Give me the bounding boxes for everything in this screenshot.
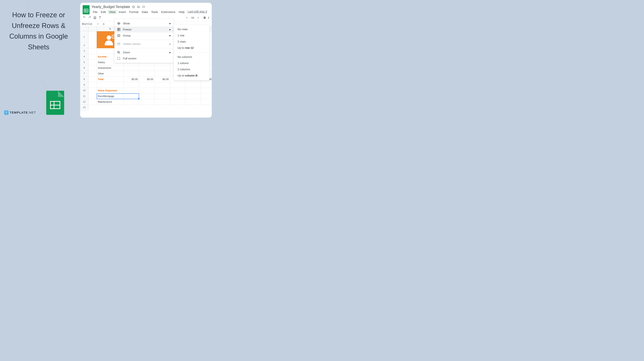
sheets-app-icon[interactable] xyxy=(83,5,90,14)
cell[interactable] xyxy=(88,82,97,88)
view-menu-freeze[interactable]: Freeze ▶ xyxy=(114,26,174,32)
cell[interactable] xyxy=(139,99,154,105)
cell-total-value[interactable]: $0.00 xyxy=(124,76,139,82)
cell[interactable] xyxy=(170,82,186,88)
undo-icon[interactable] xyxy=(83,16,86,19)
cell[interactable] xyxy=(124,71,139,76)
cell-other[interactable]: Other xyxy=(97,71,124,76)
cell-maintenance[interactable]: Maintenance xyxy=(97,99,124,105)
bold-button[interactable]: B xyxy=(204,16,206,19)
row-header[interactable]: 11 xyxy=(80,93,88,99)
freeze-no-columns[interactable]: No columns xyxy=(174,54,210,60)
cell[interactable] xyxy=(170,93,186,99)
cell[interactable] xyxy=(139,93,154,99)
dropdown-icon[interactable]: ▼ xyxy=(97,23,99,25)
cell[interactable] xyxy=(201,88,212,93)
redo-icon[interactable] xyxy=(88,16,91,19)
cell[interactable] xyxy=(154,93,170,99)
cell[interactable] xyxy=(139,65,154,71)
row-header[interactable]: 10 xyxy=(80,88,88,93)
cell[interactable] xyxy=(170,88,186,93)
menu-insert[interactable]: Insert xyxy=(117,10,127,14)
cell[interactable] xyxy=(124,82,139,88)
row-header[interactable]: 6 xyxy=(80,65,88,71)
cell[interactable] xyxy=(124,88,139,93)
cell-home-expenses-label[interactable]: Home Expenses: xyxy=(97,88,124,93)
cell[interactable] xyxy=(88,93,97,99)
cell[interactable] xyxy=(139,88,154,93)
cell-total-value[interactable]: $0.00 xyxy=(139,76,154,82)
freeze-no-rows[interactable]: No rows xyxy=(174,26,210,32)
cell[interactable] xyxy=(154,99,170,105)
cloud-status-icon[interactable] xyxy=(142,5,145,8)
font-size-value[interactable]: 10 xyxy=(190,16,195,19)
cell-total-label[interactable]: Total xyxy=(97,76,124,82)
row-header[interactable]: 4 xyxy=(80,54,88,59)
cell[interactable] xyxy=(88,65,97,71)
view-menu-fullscreen[interactable]: Full screen xyxy=(114,55,174,61)
cell-rent[interactable]: Rent/Mortgage xyxy=(97,93,124,99)
cell[interactable] xyxy=(139,82,154,88)
column-header[interactable] xyxy=(88,26,97,31)
cell[interactable] xyxy=(88,99,97,105)
cell[interactable] xyxy=(88,59,97,65)
row-header[interactable]: 1 xyxy=(80,31,88,42)
document-title[interactable]: Yearly_Budget Template xyxy=(92,5,130,9)
paint-format-icon[interactable] xyxy=(99,16,102,19)
cell[interactable] xyxy=(186,93,201,99)
menu-tools[interactable]: Tools xyxy=(150,10,159,14)
menu-file[interactable]: File xyxy=(92,10,99,14)
cell[interactable] xyxy=(154,82,170,88)
menu-format[interactable]: Format xyxy=(128,10,140,14)
row-header[interactable]: 7 xyxy=(80,71,88,76)
cell[interactable] xyxy=(186,88,201,93)
row-header[interactable]: 8 xyxy=(80,76,88,82)
freeze-1-column[interactable]: 1 column xyxy=(174,60,210,66)
last-edit-link[interactable]: Last edit was 3 xyxy=(188,10,207,14)
print-icon[interactable] xyxy=(94,16,96,19)
cell[interactable] xyxy=(154,88,170,93)
cell[interactable] xyxy=(124,93,139,99)
star-icon[interactable] xyxy=(132,5,135,8)
freeze-2-rows[interactable]: 2 rows xyxy=(174,38,210,45)
italic-button[interactable]: I xyxy=(208,16,209,19)
cell[interactable] xyxy=(201,93,212,99)
menu-view[interactable]: View xyxy=(108,10,117,14)
cell[interactable] xyxy=(186,99,201,105)
view-menu-zoom[interactable]: Zoom ▶ xyxy=(114,49,174,55)
view-menu-group[interactable]: Group ▶ xyxy=(114,32,174,38)
cell[interactable] xyxy=(88,54,97,59)
freeze-1-row[interactable]: 1 row xyxy=(174,32,210,38)
menu-data[interactable]: Data xyxy=(140,10,149,14)
cell[interactable] xyxy=(88,48,97,54)
select-all-corner[interactable] xyxy=(80,26,88,31)
cell[interactable] xyxy=(88,31,97,48)
row-header[interactable]: 3 xyxy=(80,48,88,54)
row-header[interactable]: 2 xyxy=(80,42,88,48)
menu-extensions[interactable]: Extensions xyxy=(160,10,177,14)
cell[interactable] xyxy=(88,76,97,82)
row-header[interactable]: 13 xyxy=(80,105,88,110)
cell-total-value[interactable]: $0.00 xyxy=(154,76,170,82)
freeze-up-to-column[interactable]: Up to column B xyxy=(174,72,210,79)
cell[interactable] xyxy=(186,82,201,88)
cell[interactable] xyxy=(97,82,124,88)
cell[interactable] xyxy=(88,71,97,76)
cell[interactable] xyxy=(124,65,139,71)
row-header[interactable]: 9 xyxy=(80,82,88,88)
cell[interactable] xyxy=(201,82,212,88)
dropdown-icon[interactable]: ▼ xyxy=(186,17,188,19)
cell[interactable] xyxy=(154,65,170,71)
cell[interactable] xyxy=(139,71,154,76)
move-folder-icon[interactable] xyxy=(137,5,140,8)
row-header[interactable]: 12 xyxy=(80,99,88,105)
freeze-2-columns[interactable]: 2 columns xyxy=(174,66,210,72)
name-box[interactable]: B12:C12 ▼ xyxy=(80,21,101,26)
cell[interactable] xyxy=(124,99,139,105)
menu-edit[interactable]: Edit xyxy=(100,10,107,14)
cell[interactable] xyxy=(170,99,186,105)
cell-investments[interactable]: Investments xyxy=(97,65,124,71)
dropdown-icon[interactable]: ▼ xyxy=(198,17,199,19)
menu-help[interactable]: Help xyxy=(177,10,186,14)
cell[interactable] xyxy=(201,99,212,105)
